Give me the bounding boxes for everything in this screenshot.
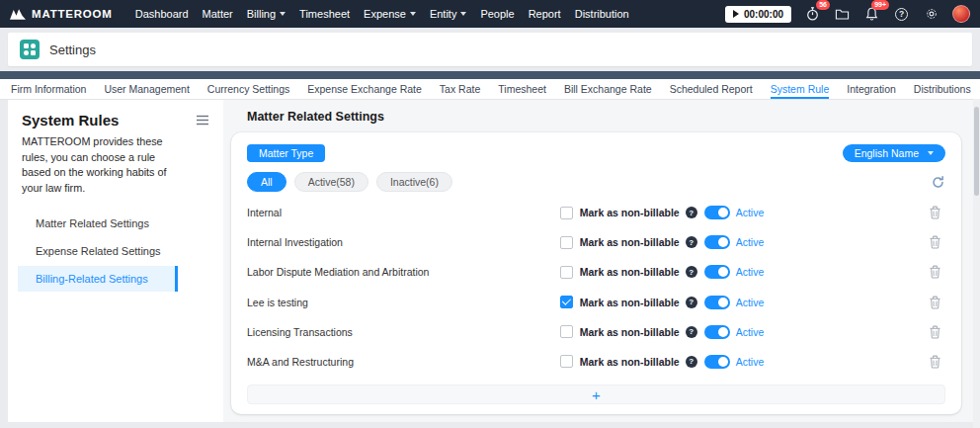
tab-tax-rate[interactable]: Tax Rate bbox=[431, 79, 489, 99]
active-toggle[interactable] bbox=[704, 325, 730, 339]
help-icon[interactable]: ? bbox=[686, 356, 697, 368]
tab-timesheet[interactable]: Timesheet bbox=[489, 79, 555, 99]
trash-icon[interactable] bbox=[929, 325, 941, 339]
active-toggle[interactable] bbox=[704, 206, 730, 219]
nav-item-entity[interactable]: Entity bbox=[423, 8, 474, 20]
status-label: Active bbox=[736, 236, 765, 248]
sidebar-item-expense-related-settings[interactable]: Expense Related Settings bbox=[18, 238, 178, 264]
filter-chip-active-58[interactable]: Active(58) bbox=[294, 172, 368, 192]
active-toggle[interactable] bbox=[704, 265, 730, 279]
card-toolbar: Matter Type English Name bbox=[247, 144, 945, 162]
settings-gear-button[interactable] bbox=[923, 6, 939, 23]
active-toggle[interactable] bbox=[704, 235, 730, 249]
toggle-knob bbox=[718, 237, 728, 247]
scrollbar-thumb[interactable] bbox=[974, 107, 979, 196]
chevron-down-icon bbox=[280, 12, 286, 16]
tab-bar: Firm InformationUser ManagementCurrency … bbox=[0, 79, 980, 100]
matter-name: Labor Dispute Mediation and Arbitration bbox=[247, 266, 560, 278]
trash-icon[interactable] bbox=[929, 206, 941, 219]
stopwatch-button[interactable]: 56 bbox=[804, 6, 821, 23]
page-title: Settings bbox=[49, 43, 96, 57]
folder-icon bbox=[835, 7, 850, 21]
tab-bill-exchange-rate[interactable]: Bill Exchange Rate bbox=[555, 79, 661, 99]
tab-scheduled-report[interactable]: Scheduled Report bbox=[661, 79, 762, 99]
tab-distributions[interactable]: Distributions bbox=[905, 79, 980, 99]
nav-item-report[interactable]: Report bbox=[522, 8, 568, 20]
matter-row: Lee is testingMark as non-billable?Activ… bbox=[247, 288, 945, 317]
timer-widget[interactable]: 00:00:00 bbox=[725, 6, 791, 23]
add-matter-button[interactable]: + bbox=[247, 385, 945, 404]
help-icon[interactable]: ? bbox=[686, 297, 697, 308]
play-icon[interactable] bbox=[733, 10, 739, 18]
tab-list: Firm InformationUser ManagementCurrency … bbox=[2, 79, 980, 99]
non-billable-label: Mark as non-billable bbox=[580, 356, 680, 368]
scrollbar[interactable] bbox=[973, 99, 980, 428]
active-toggle[interactable] bbox=[704, 355, 730, 369]
status-label: Active bbox=[736, 207, 765, 218]
non-billable-checkbox[interactable] bbox=[560, 207, 573, 219]
nav-item-timesheet[interactable]: Timesheet bbox=[292, 8, 357, 20]
non-billable-label: Mark as non-billable bbox=[580, 207, 680, 218]
help-button[interactable]: ? bbox=[893, 6, 910, 23]
refresh-button[interactable] bbox=[931, 175, 945, 190]
nav-item-expense[interactable]: Expense bbox=[357, 8, 423, 20]
active-toggle[interactable] bbox=[704, 296, 730, 309]
non-billable-label: Mark as non-billable bbox=[580, 326, 680, 338]
folder-button[interactable] bbox=[834, 6, 851, 23]
stopwatch-badge: 56 bbox=[816, 0, 830, 10]
non-billable-checkbox[interactable] bbox=[560, 355, 573, 368]
tab-integration[interactable]: Integration bbox=[838, 79, 905, 99]
sidebar-item-matter-related-settings[interactable]: Matter Related Settings bbox=[18, 211, 178, 236]
status-label: Active bbox=[736, 297, 765, 308]
toggle-knob bbox=[718, 327, 728, 337]
trash-icon[interactable] bbox=[929, 235, 941, 249]
help-icon[interactable]: ? bbox=[686, 236, 697, 248]
settings-app-icon bbox=[20, 40, 40, 59]
nav-right: 00:00:00 56 99+ bbox=[725, 5, 970, 23]
non-billable-label: Mark as non-billable bbox=[580, 266, 680, 278]
matter-name: Internal Investigation bbox=[247, 236, 560, 248]
non-billable-checkbox[interactable] bbox=[560, 236, 573, 249]
matter-name: Licensing Transactions bbox=[247, 326, 560, 338]
notifications-button[interactable]: 99+ bbox=[863, 6, 880, 23]
filter-chip-inactive-6[interactable]: Inactive(6) bbox=[376, 172, 452, 192]
notifications-badge: 99+ bbox=[871, 0, 889, 10]
nav-item-matter[interactable]: Matter bbox=[196, 8, 240, 20]
non-billable-checkbox[interactable] bbox=[560, 266, 573, 279]
tab-currency-settings[interactable]: Currency Settings bbox=[199, 79, 298, 99]
filter-chip-all[interactable]: All bbox=[247, 172, 286, 192]
matter-name: Lee is testing bbox=[247, 297, 560, 308]
matter-type-button[interactable]: Matter Type bbox=[247, 144, 325, 162]
sidebar-description: MATTEROOM provides these rules, you can … bbox=[22, 134, 180, 197]
sidebar-item-billing-related-settings[interactable]: Billing-Related Settings bbox=[18, 266, 178, 292]
matter-row: M&A and RestructuringMark as non-billabl… bbox=[247, 347, 945, 377]
toggle-knob bbox=[718, 357, 728, 367]
brand[interactable]: MATTEROOM bbox=[10, 8, 113, 20]
user-avatar[interactable] bbox=[952, 5, 970, 23]
toggle-knob bbox=[718, 267, 728, 277]
tab-firm-information[interactable]: Firm Information bbox=[2, 79, 95, 99]
brand-label: MATTEROOM bbox=[32, 8, 113, 20]
help-icon[interactable]: ? bbox=[686, 326, 697, 338]
nav-item-billing[interactable]: Billing bbox=[240, 8, 292, 20]
nav-item-dashboard[interactable]: Dashboard bbox=[128, 8, 196, 20]
non-billable-checkbox[interactable] bbox=[560, 296, 573, 308]
sort-dropdown[interactable]: English Name bbox=[843, 144, 945, 162]
non-billable-checkbox[interactable] bbox=[560, 325, 573, 338]
trash-icon[interactable] bbox=[929, 355, 941, 369]
non-billable-label: Mark as non-billable bbox=[580, 297, 680, 308]
status-label: Active bbox=[736, 326, 765, 338]
status-label: Active bbox=[736, 356, 765, 368]
filter-row: AllActive(58)Inactive(6) bbox=[247, 172, 945, 192]
help-icon[interactable]: ? bbox=[686, 266, 697, 278]
tab-expense-exchange-rate[interactable]: Expense Exchange Rate bbox=[298, 79, 431, 99]
matter-row: Internal InvestigationMark as non-billab… bbox=[247, 227, 945, 257]
tab-user-management[interactable]: User Management bbox=[95, 79, 198, 99]
trash-icon[interactable] bbox=[929, 296, 941, 309]
nav-item-people[interactable]: People bbox=[473, 8, 521, 20]
trash-icon[interactable] bbox=[929, 265, 941, 279]
tab-system-rule[interactable]: System Rule bbox=[762, 79, 839, 99]
nav-item-distribution[interactable]: Distribution bbox=[568, 8, 636, 20]
help-icon[interactable]: ? bbox=[686, 207, 697, 218]
hamburger-icon[interactable] bbox=[196, 115, 209, 126]
